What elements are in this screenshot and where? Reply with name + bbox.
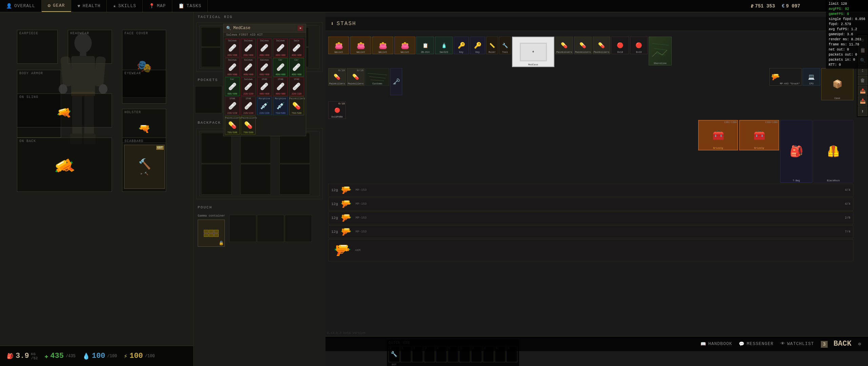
san323-item[interactable]: 🧴 San323 bbox=[435, 37, 453, 54]
slot-eyewear[interactable]: EYEWEAR bbox=[122, 70, 166, 104]
key-item-2[interactable]: 🔑 Key bbox=[470, 37, 485, 54]
scabbard-item[interactable]: GDT 🔨 ▶ 🔨 bbox=[124, 145, 165, 189]
blackrock-item[interactable]: 🦺 BlackRock bbox=[813, 120, 853, 183]
watchlist-button[interactable]: 👁 WATCHLIST bbox=[781, 341, 814, 346]
9x19-ammo-item[interactable]: 🔴 9x19 bbox=[611, 37, 629, 54]
9x19-ammo-item-2[interactable]: 🔴 9x19 bbox=[630, 37, 648, 54]
med-item[interactable]: 1FAK 🩹 400/400 bbox=[257, 77, 272, 96]
pouch-gamma-container[interactable]: 🔒 bbox=[198, 220, 225, 247]
nav-map[interactable]: 📍 MAP bbox=[143, 0, 172, 12]
map-lines bbox=[649, 37, 671, 65]
nav-overall[interactable]: 👤 OVERALL bbox=[0, 0, 42, 12]
euros-value: 9 097 bbox=[786, 3, 800, 9]
backpack-cell[interactable] bbox=[279, 164, 310, 195]
toolbar-btn-8[interactable]: ⬆ bbox=[858, 106, 867, 116]
wallet-item-2[interactable]: 👛 Wallet bbox=[350, 37, 371, 54]
med-item[interactable]: Car 🩹 400/400 bbox=[225, 77, 240, 96]
popup-close-button[interactable]: ✕ bbox=[298, 25, 303, 31]
zb014-item[interactable]: 📋 ZB-014 bbox=[416, 37, 434, 54]
backpack-cell[interactable] bbox=[201, 133, 232, 163]
rig-cell[interactable] bbox=[201, 47, 221, 67]
wallet-item-4[interactable]: 👛 Wallet bbox=[394, 37, 415, 54]
slot-on-sling[interactable]: ON SLING 🔫 bbox=[17, 94, 112, 127]
handbook-button[interactable]: 📖 HANDBOOK bbox=[701, 341, 732, 347]
painkillers-item-5[interactable]: 💊 Painkillers 0/18 bbox=[347, 68, 364, 86]
avg-fps: avgFPS: 92 bbox=[829, 6, 865, 12]
backpack-cell[interactable] bbox=[240, 164, 271, 195]
mp443-item[interactable]: 🔫 MP-443 "Grach" bbox=[769, 68, 802, 86]
pouch-extra-cell[interactable] bbox=[285, 215, 312, 242]
med-item[interactable]: 1FAK 🩹 220/220 bbox=[225, 97, 240, 115]
medcase-stash-item[interactable]: + MedCase bbox=[512, 37, 554, 67]
med-item[interactable]: Painkillers 💊 ?50/500 bbox=[289, 97, 304, 115]
med-item[interactable]: Car 🩹 400/400 bbox=[273, 58, 288, 77]
med-item[interactable]: Salewa 🩹 400/400 bbox=[225, 58, 240, 77]
toolbar-btn-6[interactable]: 📤 bbox=[858, 86, 867, 96]
stash-content-area[interactable]: 👛 Wallet 👛 Wallet 👛 Wallet 👛 Wallet 📋 ZB… bbox=[326, 34, 856, 336]
pills-icon: 💊 bbox=[244, 121, 253, 129]
med-item[interactable]: Salewa 🩹 400/400 bbox=[257, 39, 272, 57]
stash-row-2: 💊 Painkillers 0/18 💊 Painkillers 0/18 Cu… bbox=[328, 68, 853, 100]
rig-cell[interactable] bbox=[201, 27, 221, 47]
customs-map-item[interactable]: Customs bbox=[366, 68, 389, 86]
pouch-extra-cell[interactable] bbox=[257, 215, 284, 242]
shoreline-map-item[interactable]: Shoreline bbox=[649, 37, 672, 65]
med-item[interactable]: 1FAK 🩹 220/220 bbox=[241, 97, 256, 115]
toolbar-btn-7[interactable]: 📥 bbox=[858, 96, 867, 106]
painkillers-item-2[interactable]: 💊 Painkillers bbox=[574, 37, 592, 54]
med-item[interactable]: Salewa 🩹 400/400 bbox=[225, 39, 240, 57]
mp153-weapon-3[interactable]: 12g 🔫 MP-153 2/8 bbox=[328, 211, 853, 224]
med-item[interactable]: Salewa 🩹 400/400 bbox=[273, 39, 288, 57]
grizzly-item-1[interactable]: 🧰 Grizzly 1302/1300 bbox=[698, 120, 738, 150]
wallet-item-3[interactable]: 👛 Wallet bbox=[372, 37, 393, 54]
ruler-item[interactable]: 📏 Ruler bbox=[486, 37, 498, 54]
toolbar-btn-5[interactable]: 🗑 bbox=[858, 76, 867, 85]
med-item[interactable]: Salewa 🩹 256/400 bbox=[241, 39, 256, 57]
med-item[interactable]: Salewa 🩹 220/220 bbox=[241, 77, 256, 96]
messenger-button[interactable]: 💬 MESSENGER bbox=[739, 341, 773, 347]
painkillers-item-4[interactable]: 💊 Painkillers 0/18 bbox=[328, 68, 346, 86]
med-item[interactable]: Car 🩹 400/400 bbox=[289, 58, 304, 77]
slot-scabbard[interactable]: SCABBARD GDT 🔨 ▶ 🔨 bbox=[122, 138, 166, 192]
backpack-cell[interactable] bbox=[279, 133, 310, 163]
backpack-cell[interactable] bbox=[201, 164, 232, 195]
wallet-item-1[interactable]: 👛 Wallet bbox=[328, 37, 349, 54]
stash-arrow-icon: ⬇ bbox=[331, 20, 334, 27]
9x19para-item[interactable]: 🔴 9x19PARA 6/18 bbox=[328, 101, 346, 119]
net-out: net out: 0 bbox=[829, 47, 865, 52]
slot-on-back[interactable]: ON BACK 🔫 bbox=[17, 138, 112, 192]
mp153-weapon-1[interactable]: 12g 🔫 MP-153 4/4 bbox=[328, 184, 853, 197]
backpack-cell[interactable] bbox=[240, 133, 271, 163]
settings-button[interactable]: ⚙ bbox=[858, 341, 861, 347]
pouch-extra-cell[interactable] bbox=[229, 215, 256, 242]
med-item[interactable]: Salewa 🩹 400/400 bbox=[241, 58, 256, 77]
slot-earpiece[interactable]: EARPIECE bbox=[17, 30, 58, 64]
back-button[interactable]: 3 BACK bbox=[821, 340, 851, 348]
med-item[interactable]: Salewa 🩹 400/400 bbox=[257, 58, 272, 77]
mp153-weapon-4[interactable]: 12g 🔫 MP-153 7/4 bbox=[328, 225, 853, 238]
key-item-1[interactable]: 🔑 Key bbox=[454, 37, 469, 54]
tbag-item[interactable]: 🎒 T-Bag bbox=[780, 120, 812, 183]
nav-skills[interactable]: ★ SKILLS bbox=[107, 0, 142, 12]
first-aid-icon: 🩹 bbox=[228, 63, 237, 72]
med-item[interactable]: Painkillers 💊 ?50/500 bbox=[225, 116, 240, 135]
pocket-cell[interactable] bbox=[195, 86, 222, 113]
med-item[interactable]: Painkillers 💊 ?50/500 bbox=[241, 116, 256, 135]
med-item[interactable]: Sale 🩹 400/400 bbox=[289, 39, 304, 57]
med-item[interactable]: 1FAK 🩹 400/400 bbox=[273, 77, 288, 96]
med-item[interactable]: Morphine 💉 220/220 bbox=[257, 97, 272, 115]
tool-item[interactable]: 🔧 Tool bbox=[499, 37, 511, 54]
painkillers-item-1[interactable]: 💊 Painkillers bbox=[555, 37, 573, 54]
akm-weapon[interactable]: 🔫 AKM bbox=[328, 239, 853, 261]
nav-health[interactable]: ♥ HEALTH bbox=[71, 0, 107, 12]
unk-key-item[interactable]: 🗝️ bbox=[390, 68, 402, 95]
painkillers-item-3[interactable]: 💊 Painkillers bbox=[593, 37, 610, 54]
nav-gear[interactable]: ⚙ GEAR bbox=[42, 0, 72, 12]
grizzly-item-2[interactable]: 🧰 Grizzly 1300/1300 bbox=[739, 120, 779, 150]
nav-tasks[interactable]: 📋 TASKS bbox=[172, 0, 208, 12]
case-stash-item[interactable]: 📦 Case bbox=[821, 68, 853, 100]
cpu-item[interactable]: 💻 CPU bbox=[803, 68, 820, 86]
med-item[interactable]: Morphine 💉 ?50/500 bbox=[273, 97, 288, 115]
med-item[interactable]: 1FAK 🩹 220/220 bbox=[289, 77, 304, 96]
mp153-weapon-2[interactable]: 12g 🔫 MP-153 4/4 bbox=[328, 198, 853, 210]
